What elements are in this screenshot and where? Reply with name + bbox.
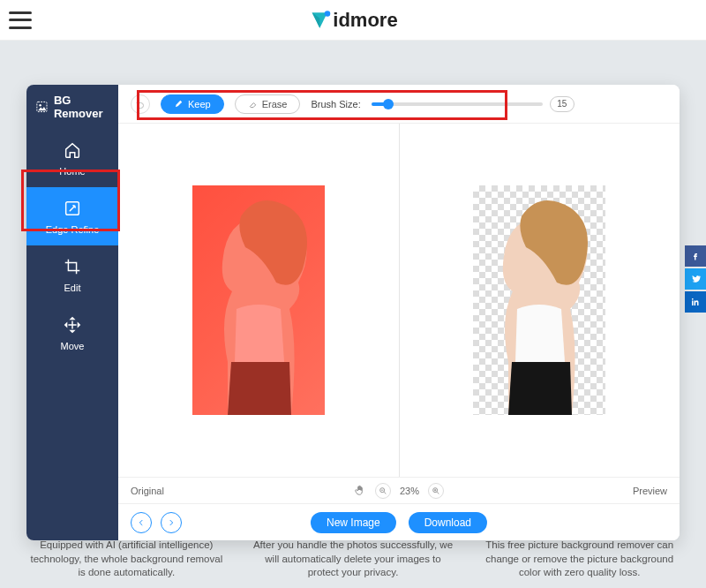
undo-button[interactable] bbox=[131, 94, 150, 114]
brush-size-slider[interactable] bbox=[372, 102, 543, 106]
next-image-button[interactable] bbox=[161, 512, 182, 533]
blurb-3: This free picture background remover can… bbox=[479, 539, 680, 580]
sidebar-item-edit[interactable]: Edit bbox=[26, 245, 118, 304]
original-canvas[interactable] bbox=[118, 124, 399, 477]
preview-label: Preview bbox=[633, 486, 667, 496]
sidebar-item-label: Move bbox=[61, 341, 85, 351]
brush-size-value: 15 bbox=[550, 96, 575, 112]
bg-remover-app: BG Remover Home Edge Refine Edit Move bbox=[26, 85, 680, 540]
edge-refine-icon bbox=[62, 198, 83, 219]
move-icon bbox=[62, 314, 83, 335]
facebook-share-button[interactable] bbox=[685, 245, 706, 267]
zoom-controls: 23% bbox=[354, 483, 444, 499]
person-silhouette-icon bbox=[473, 185, 605, 415]
logo-mark-icon bbox=[308, 9, 331, 32]
slider-thumb[interactable] bbox=[383, 99, 394, 109]
original-label: Original bbox=[131, 486, 164, 496]
brush-keep-icon bbox=[174, 99, 184, 109]
brush-size-label: Brush Size: bbox=[311, 99, 360, 109]
crop-icon bbox=[62, 256, 83, 277]
svg-point-0 bbox=[325, 11, 331, 17]
erase-tool-button[interactable]: Erase bbox=[235, 94, 301, 114]
preview-image bbox=[473, 185, 605, 415]
download-label: Download bbox=[424, 516, 471, 529]
app-sidebar: BG Remover Home Edge Refine Edit Move bbox=[26, 85, 118, 540]
zoom-in-button[interactable] bbox=[428, 483, 444, 499]
hero-blurbs: Equipped with AI (artificial intelligenc… bbox=[26, 539, 680, 580]
blurb-1: Equipped with AI (artificial intelligenc… bbox=[26, 539, 227, 580]
home-icon bbox=[62, 139, 83, 161]
sidebar-item-label: Home bbox=[59, 166, 85, 177]
bg-remover-icon bbox=[35, 99, 49, 115]
erase-label: Erase bbox=[262, 99, 288, 109]
edge-refine-toolbar: Keep Erase Brush Size: 15 bbox=[118, 85, 680, 124]
app-title-label: BG Remover bbox=[54, 94, 111, 120]
prev-image-button[interactable] bbox=[131, 512, 152, 533]
chevron-right-icon bbox=[167, 518, 176, 527]
svg-point-2 bbox=[39, 104, 41, 106]
original-image bbox=[192, 185, 325, 415]
brush-size-control: 15 bbox=[372, 96, 575, 112]
sidebar-item-label: Edge Refine bbox=[46, 224, 100, 235]
mask-overlay bbox=[192, 185, 325, 415]
facebook-icon bbox=[690, 251, 701, 261]
menu-icon[interactable] bbox=[9, 11, 32, 29]
eraser-icon bbox=[248, 99, 258, 109]
sidebar-item-home[interactable]: Home bbox=[26, 129, 118, 187]
social-sidebar bbox=[685, 245, 706, 314]
new-image-button[interactable]: New Image bbox=[311, 512, 396, 533]
download-button[interactable]: Download bbox=[409, 512, 487, 533]
twitter-icon bbox=[690, 274, 701, 284]
blurb-2: After you handle the photos successfully… bbox=[253, 539, 454, 580]
new-image-label: New Image bbox=[327, 516, 380, 529]
action-row: New Image Download bbox=[118, 503, 680, 540]
keep-tool-button[interactable]: Keep bbox=[161, 94, 224, 114]
status-bar: Original 23% Preview bbox=[118, 477, 680, 503]
linkedin-share-button[interactable] bbox=[685, 291, 706, 313]
linkedin-icon bbox=[690, 297, 701, 307]
sidebar-item-label: Edit bbox=[64, 283, 81, 293]
site-header: idmore bbox=[0, 0, 706, 41]
hand-tool-button[interactable] bbox=[354, 484, 366, 498]
sidebar-item-edge-refine[interactable]: Edge Refine bbox=[26, 187, 118, 245]
brand-logo[interactable]: idmore bbox=[308, 9, 397, 32]
zoom-out-icon bbox=[379, 486, 387, 495]
zoom-in-icon bbox=[432, 486, 440, 495]
keep-label: Keep bbox=[188, 99, 211, 109]
canvas-split bbox=[118, 124, 680, 477]
app-title: BG Remover bbox=[26, 85, 118, 129]
chevron-left-icon bbox=[137, 518, 146, 527]
undo-icon bbox=[135, 99, 146, 109]
hand-icon bbox=[354, 484, 366, 496]
preview-canvas[interactable] bbox=[400, 124, 680, 477]
app-main: Keep Erase Brush Size: 15 bbox=[118, 85, 680, 540]
zoom-value: 23% bbox=[400, 486, 419, 496]
sidebar-item-move[interactable]: Move bbox=[26, 304, 118, 362]
twitter-share-button[interactable] bbox=[685, 268, 706, 290]
zoom-out-button[interactable] bbox=[375, 483, 391, 499]
brand-name: idmore bbox=[333, 9, 397, 32]
